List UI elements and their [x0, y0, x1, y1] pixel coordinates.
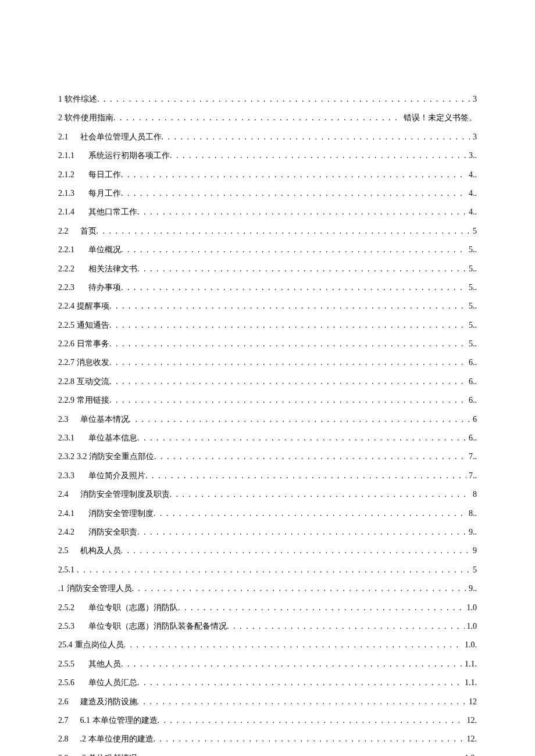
- toc-title: 通知通告: [77, 319, 109, 332]
- toc-number: 2.4.2: [58, 526, 77, 539]
- toc-number: 2.1: [58, 131, 71, 144]
- toc-number: 2.1.2: [58, 169, 77, 181]
- toc-title: .2 本单位使用的建造: [80, 733, 154, 746]
- toc-entry: 2.8.2 本单位使用的建造12.: [58, 733, 477, 746]
- toc-number: 2.2.3: [58, 281, 77, 294]
- toc-entry: 2.3.23.2 消防安全重点部位7..: [58, 450, 477, 463]
- toc-page-number: 9: [470, 544, 477, 557]
- toc-entry: .1消防安全管理人员9..: [58, 582, 477, 595]
- toc-leader-dots: [109, 319, 466, 332]
- toc-number: 2.4.1: [58, 507, 77, 520]
- toc-entry: 2.4.2消防安全职责9..: [58, 526, 477, 539]
- toc-entry: 2.5.5其他人员1.1.: [58, 658, 477, 671]
- toc-page-number: 12: [466, 696, 477, 708]
- toc-entry: 2.5.15: [58, 564, 477, 576]
- toc-title: 单位专职（志愿）消防队: [88, 601, 178, 614]
- toc-entry: 2软件使用指南错误！未定义书签。: [58, 112, 477, 124]
- toc-title: 提醒事项: [77, 300, 109, 313]
- toc-entry: 2.5.3单位专职（志愿）消防队装备配备情况1.0: [58, 620, 477, 633]
- toc-number: 2.1.3: [58, 187, 77, 200]
- toc-title: 互动交流: [77, 375, 109, 388]
- toc-leader-dots: [137, 752, 463, 756]
- toc-page-number: 4..: [466, 169, 477, 181]
- toc-page-number: 4..: [466, 206, 477, 218]
- toc-title: 6.1 本单位管理的建造: [80, 714, 158, 727]
- toc-entry: 2.2.2相关法律文书5..: [58, 263, 477, 275]
- toc-leader-dots: [154, 507, 466, 520]
- toc-entry: 2.5.6单位人员汇总1.1.: [58, 676, 477, 689]
- toc-number: 2.9: [58, 752, 71, 756]
- toc-leader-dots: [137, 676, 462, 689]
- toc-entry: 2.1.3每月工作4..: [58, 187, 477, 200]
- toc-page-number: 6..: [466, 356, 477, 369]
- toc-entry: 2.3.1单位基本信息6..: [58, 432, 477, 445]
- toc-entry: 2.5.2单位专职（志愿）消防队1.0: [58, 601, 477, 614]
- toc-number: 2.3.1: [58, 432, 77, 445]
- toc-number: 2.3: [58, 413, 71, 426]
- toc-page-number: 5..: [466, 281, 477, 294]
- toc-page-number: 12.: [465, 714, 477, 727]
- toc-leader-dots: [137, 432, 466, 445]
- toc-leader-dots: [121, 544, 471, 557]
- toc-leader-dots: [137, 206, 466, 218]
- toc-title: 其他人员: [88, 658, 121, 671]
- toc-title: 机构及人员: [80, 544, 121, 557]
- toc-page-number: 7..: [466, 470, 477, 482]
- toc-leader-dots: [132, 582, 467, 595]
- toc-number: 2.2.1: [58, 243, 77, 256]
- toc-entry: 2.2首页5: [58, 225, 477, 238]
- toc-leader-dots: [129, 413, 471, 426]
- toc-page-number: 1.0: [465, 601, 477, 614]
- toc-entry: 2.76.1 本单位管理的建造12.: [58, 714, 477, 727]
- toc-entry: 2.2.7消息收发6..: [58, 356, 477, 369]
- toc-entry: 2.1.4其他口常工作4..: [58, 206, 477, 218]
- toc-entry: 2.9.3 单位毗邻情况1.3.: [58, 752, 477, 756]
- toc-number: 2.7: [58, 714, 71, 727]
- toc-title: .3 单位毗邻情况: [80, 752, 137, 756]
- toc-number: 2.5.1: [58, 564, 77, 576]
- toc-entry: 1软件综述3: [58, 93, 477, 106]
- toc-leader-dots: [121, 243, 466, 256]
- toc-title: 消防安全管理制度及职责: [80, 488, 170, 501]
- toc-entry: 2.4.1消防安全管理制度8..: [58, 507, 477, 520]
- toc-leader-dots: [121, 187, 466, 200]
- toc-page-number: 3: [470, 93, 477, 106]
- toc-title: 单位专职（志愿）消防队装备配备情况: [88, 620, 227, 633]
- toc-title: 单位基本情况: [80, 413, 129, 426]
- toc-title: 每月工作: [88, 187, 121, 200]
- toc-title: 消防安全管理制度: [88, 507, 154, 520]
- toc-leader-dots: [137, 263, 466, 275]
- toc-page-number: 5..: [466, 338, 477, 350]
- toc-page-number: 5..: [466, 263, 477, 275]
- table-of-contents: 1软件综述32软件使用指南错误！未定义书签。2.1社会单位管理人员工作32.1.…: [58, 93, 477, 756]
- toc-title: 待办事项: [88, 281, 121, 294]
- toc-page-number: 3..: [466, 149, 477, 162]
- toc-leader-dots: [178, 601, 465, 614]
- toc-page-number: 12.: [465, 733, 477, 746]
- toc-leader-dots: [121, 281, 466, 294]
- toc-title: 消息收发: [77, 356, 109, 369]
- toc-number: 2.2: [58, 225, 71, 238]
- toc-number: 2.5: [58, 544, 71, 557]
- toc-entry: 2.2.6日常事务5..: [58, 338, 477, 350]
- toc-title: 消防安全职责: [88, 526, 137, 539]
- toc-title: 单位简介及照片: [88, 470, 145, 482]
- toc-entry: 2.3单位基本情况6: [58, 413, 477, 426]
- toc-number: 25.4: [58, 639, 75, 651]
- toc-page-number: 6..: [466, 375, 477, 388]
- toc-leader-dots: [121, 169, 466, 181]
- toc-entry: 2.1社会单位管理人员工作3: [58, 131, 477, 144]
- toc-title: 软件使用指南: [65, 112, 113, 124]
- toc-number: 2.2.4: [58, 300, 77, 313]
- toc-page-number: 1.0: [465, 620, 477, 633]
- toc-leader-dots: [121, 658, 462, 671]
- toc-title: 单位基本信息: [88, 432, 137, 445]
- toc-leader-dots: [170, 488, 471, 501]
- toc-page-number: 1.1.: [462, 676, 477, 689]
- toc-entry: 25.4重点岗位人员1.0.: [58, 639, 477, 651]
- toc-number: 2.3.3: [58, 470, 77, 482]
- toc-title: 每日工作: [88, 169, 121, 181]
- toc-page-number: 1.0.: [462, 639, 477, 651]
- toc-number: 2.2.2: [58, 263, 77, 275]
- toc-leader-dots: [154, 733, 465, 746]
